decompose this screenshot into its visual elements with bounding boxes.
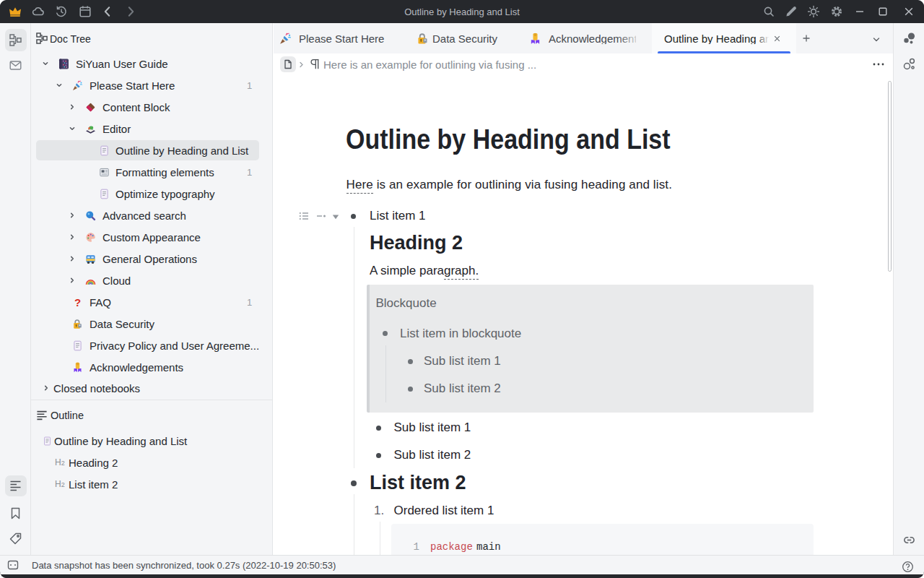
svg-text:?: ? xyxy=(74,297,80,308)
